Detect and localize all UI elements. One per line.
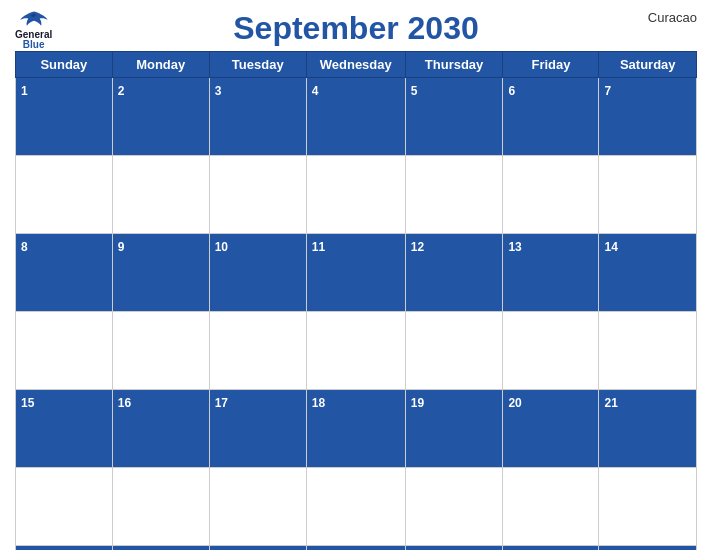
day-number-cell: 3 [209,78,306,156]
col-wednesday: Wednesday [306,52,405,78]
calendar-header: General Blue September 2030 Curacao [15,10,697,47]
days-of-week-row: Sunday Monday Tuesday Wednesday Thursday… [16,52,697,78]
week-3-content-row [16,468,697,546]
day-number: 2 [118,84,125,98]
day-number: 20 [508,396,521,410]
day-number-cell: 11 [306,234,405,312]
day-number: 16 [118,396,131,410]
day-content-cell [405,156,503,234]
day-number-cell: 6 [503,78,599,156]
col-tuesday: Tuesday [209,52,306,78]
day-number-cell: 10 [209,234,306,312]
week-2-number-row: 891011121314 [16,234,697,312]
day-number: 3 [215,84,222,98]
col-saturday: Saturday [599,52,697,78]
day-number-cell: 23 [112,546,209,551]
day-number-cell: 14 [599,234,697,312]
day-content-cell [503,312,599,390]
day-content-cell [405,468,503,546]
day-number-cell: 5 [405,78,503,156]
week-4-number-row: 22232425262728 [16,546,697,551]
day-number: 4 [312,84,319,98]
day-number: 21 [604,396,617,410]
day-number: 9 [118,240,125,254]
day-number: 13 [508,240,521,254]
day-number-cell: 12 [405,234,503,312]
day-number: 19 [411,396,424,410]
day-number-cell: 8 [16,234,113,312]
day-number-cell: 7 [599,78,697,156]
day-content-cell [112,156,209,234]
day-content-cell [599,312,697,390]
day-number-cell: 19 [405,390,503,468]
day-number-cell: 9 [112,234,209,312]
week-3-number-row: 15161718192021 [16,390,697,468]
day-number-cell: 17 [209,390,306,468]
day-content-cell [503,156,599,234]
day-content-cell [16,468,113,546]
week-1-content-row [16,156,697,234]
country-label: Curacao [648,10,697,25]
week-1-number-row: 1234567 [16,78,697,156]
day-content-cell [16,312,113,390]
day-content-cell [112,468,209,546]
day-number-cell: 2 [112,78,209,156]
day-number-cell: 1 [16,78,113,156]
day-content-cell [209,468,306,546]
logo-blue-text: Blue [23,40,45,50]
logo: General Blue [15,10,52,50]
calendar-title: September 2030 [233,10,478,47]
day-number-cell: 18 [306,390,405,468]
day-content-cell [599,156,697,234]
col-thursday: Thursday [405,52,503,78]
day-content-cell [599,468,697,546]
day-content-cell [16,156,113,234]
day-number-cell: 4 [306,78,405,156]
day-number: 8 [21,240,28,254]
week-2-content-row [16,312,697,390]
day-number: 1 [21,84,28,98]
day-number: 5 [411,84,418,98]
col-friday: Friday [503,52,599,78]
day-number: 15 [21,396,34,410]
day-number: 18 [312,396,325,410]
day-number-cell: 25 [306,546,405,551]
col-monday: Monday [112,52,209,78]
day-number-cell: 24 [209,546,306,551]
day-number: 6 [508,84,515,98]
day-number: 10 [215,240,228,254]
day-content-cell [405,312,503,390]
day-number: 12 [411,240,424,254]
day-content-cell [306,156,405,234]
col-sunday: Sunday [16,52,113,78]
day-number-cell: 21 [599,390,697,468]
day-number-cell: 28 [599,546,697,551]
day-number-cell: 16 [112,390,209,468]
day-number-cell: 26 [405,546,503,551]
day-number: 11 [312,240,325,254]
calendar-table: Sunday Monday Tuesday Wednesday Thursday… [15,51,697,550]
day-number-cell: 22 [16,546,113,551]
day-number: 17 [215,396,228,410]
day-number-cell: 15 [16,390,113,468]
day-number-cell: 27 [503,546,599,551]
day-content-cell [503,468,599,546]
day-content-cell [112,312,209,390]
day-content-cell [306,312,405,390]
day-content-cell [306,468,405,546]
day-number: 14 [604,240,617,254]
day-number: 7 [604,84,611,98]
day-content-cell [209,156,306,234]
logo-bird-icon [19,10,49,30]
day-number-cell: 20 [503,390,599,468]
day-number-cell: 13 [503,234,599,312]
day-content-cell [209,312,306,390]
